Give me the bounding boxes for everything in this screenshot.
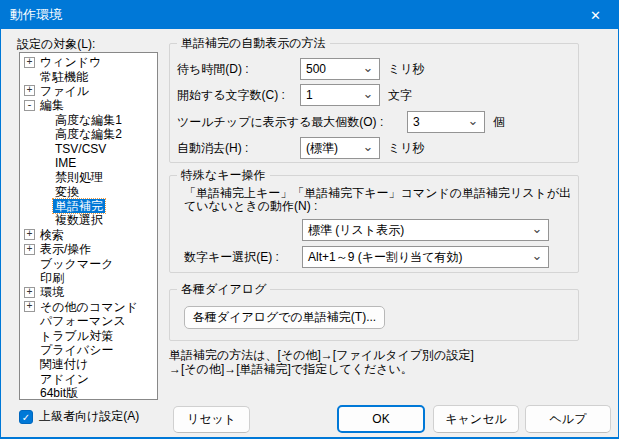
tree-item[interactable]: IME [20,156,157,170]
tree-expander-icon[interactable] [24,71,35,82]
tree-item[interactable]: ブックマーク [20,256,157,270]
tree-item[interactable]: アドイン [20,372,157,386]
wait-time-label: 待ち時間(D) : [177,61,300,78]
chevron-down-icon[interactable]: ⌄ [361,86,375,104]
tree-item[interactable]: 高度な編集2 [20,127,157,141]
numkey-select-combobox[interactable]: Alt+1～9 (キー割り当て有効) ⌄ [302,246,549,268]
tree-expander-icon[interactable]: + [24,57,35,68]
numkey-select-value: Alt+1～9 (キー割り当て有効) [308,249,463,266]
settings-tree[interactable]: + ウィンドウ 常駐機能 + ファイル - 編集 高度な編集1 高度な編集2 T… [19,52,158,400]
tree-item[interactable]: 関連付け [20,357,157,371]
tree-item-label: 複数選択 [53,213,105,227]
cancel-button[interactable]: キャンセル [433,405,519,433]
note-line-2: →[その他]→[単語補完]で指定してください。 [169,363,474,377]
tree-expander-icon[interactable]: + [24,287,35,298]
tree-item[interactable]: 禁則処理 [20,170,157,184]
tooltip-max-value: 3 [413,115,420,129]
tree-item[interactable]: + ウィンドウ [20,55,157,69]
tree-expander-icon[interactable] [39,143,50,154]
tree-expander-icon[interactable]: - [24,100,35,111]
dialog-window: 動作環境 ✕ 設定の対象(L): + ウィンドウ 常駐機能 + ファイル - 編… [0,0,619,439]
tree-item-label: その他のコマンド [38,300,140,314]
tree-expander-icon[interactable] [39,201,50,212]
tree-expander-icon[interactable] [24,316,35,327]
tree-expander-icon[interactable] [39,215,50,226]
tree-item-label: プライバシー [38,343,115,357]
auto-erase-label: 自動消去(H) : [177,140,300,157]
tree-item[interactable]: 複数選択 [20,213,157,227]
close-icon[interactable]: ✕ [573,1,618,29]
chevron-down-icon[interactable]: ⌄ [466,113,480,131]
tree-expander-icon[interactable] [24,330,35,341]
tree-item-label: TSV/CSV [53,142,108,156]
tree-item[interactable]: + 検索 [20,228,157,242]
tree-item-label: トラブル対策 [38,329,115,343]
key-behavior-combobox[interactable]: 標準 (リスト表示) ⌄ [302,219,549,241]
tree-item-label: 表示/操作 [38,242,93,256]
wait-time-combobox[interactable]: 500 ⌄ [300,58,380,80]
tree-item[interactable]: - 編集 [20,98,157,112]
reset-button[interactable]: リセット [173,406,250,433]
start-chars-unit: 文字 [388,87,412,104]
tree-item[interactable]: + 表示/操作 [20,242,157,256]
tree-item[interactable]: トラブル対策 [20,328,157,342]
tree-item-label: 高度な編集2 [53,127,124,141]
tree-expander-icon[interactable] [39,172,50,183]
start-chars-combobox[interactable]: 1 ⌄ [300,84,380,106]
note-text: 単語補完の方法は、[その他]→[ファイルタイプ別の設定] →[その他]→[単語補… [169,349,474,376]
titlebar[interactable]: 動作環境 ✕ [1,1,618,29]
tree-item[interactable]: 常駐機能 [20,69,157,83]
tree-item[interactable]: TSV/CSV [20,141,157,155]
wait-time-unit: ミリ秒 [388,61,425,78]
tree-item[interactable]: 64bit版 [20,386,157,400]
tree-item[interactable]: + ファイル [20,84,157,98]
tree-item[interactable]: 変換 [20,185,157,199]
help-button[interactable]: ヘルプ [525,405,611,433]
tree-item[interactable]: パフォーマンス [20,314,157,328]
tree-caption: 設定の対象(L): [17,36,95,53]
tree-expander-icon[interactable] [24,359,35,370]
tree-item-label: パフォーマンス [38,314,128,328]
tree-expander-icon[interactable] [24,273,35,284]
note-line-1: 単語補完の方法は、[その他]→[ファイルタイプ別の設定] [169,349,474,363]
tree-expander-icon[interactable]: + [24,244,35,255]
chevron-down-icon[interactable]: ⌄ [361,60,375,78]
auto-erase-unit: ミリ秒 [388,140,425,157]
tree-expander-icon[interactable]: + [24,229,35,240]
tree-item[interactable]: + 環境 [20,285,157,299]
tree-expander-icon[interactable]: + [24,301,35,312]
tree-expander-icon[interactable] [39,129,50,140]
tree-expander-icon[interactable] [24,373,35,384]
advanced-settings-checkbox[interactable]: ✓ [19,410,33,424]
tree-item[interactable]: + その他のコマンド [20,300,157,314]
chevron-down-icon[interactable]: ⌄ [530,248,544,266]
ok-button[interactable]: OK [337,405,425,433]
tree-item-label: 編集 [38,98,66,112]
tree-item-label: 高度な編集1 [53,113,124,127]
group-dialogs: 各種ダイアログ 各種ダイアログでの単語補完(T)... [169,289,579,341]
tree-expander-icon[interactable] [39,157,50,168]
advanced-settings-label: 上級者向け設定(A) [39,408,139,425]
group-special-keys: 特殊なキー操作 「単語補完上キー」「単語補完下キー」コマンドの単語補完リストが出… [169,175,579,273]
tree-expander-icon[interactable] [24,388,35,399]
tree-expander-icon[interactable]: + [24,85,35,96]
tree-expander-icon[interactable] [24,345,35,356]
key-behavior-value: 標準 (リスト表示) [308,222,404,239]
tree-item-label: 変換 [53,185,81,199]
tree-item-label: ファイル [38,84,91,98]
tree-expander-icon[interactable] [39,114,50,125]
tree-item[interactable]: プライバシー [20,343,157,357]
tree-item[interactable]: 単語補完 [20,199,157,213]
tree-expander-icon[interactable] [39,186,50,197]
group-special-keys-title: 特殊なキー操作 [177,168,270,182]
dialog-completion-button[interactable]: 各種ダイアログでの単語補完(T)... [184,306,385,329]
tooltip-max-combobox[interactable]: 3 ⌄ [407,111,485,133]
chevron-down-icon[interactable]: ⌄ [361,139,375,157]
auto-erase-combobox[interactable]: (標準) ⌄ [300,137,380,159]
start-chars-value: 1 [306,88,313,102]
tree-item[interactable]: 高度な編集1 [20,113,157,127]
chevron-down-icon[interactable]: ⌄ [530,221,544,239]
tree-item[interactable]: 印刷 [20,271,157,285]
tree-expander-icon[interactable] [24,258,35,269]
tree-item-label: 検索 [38,228,66,242]
